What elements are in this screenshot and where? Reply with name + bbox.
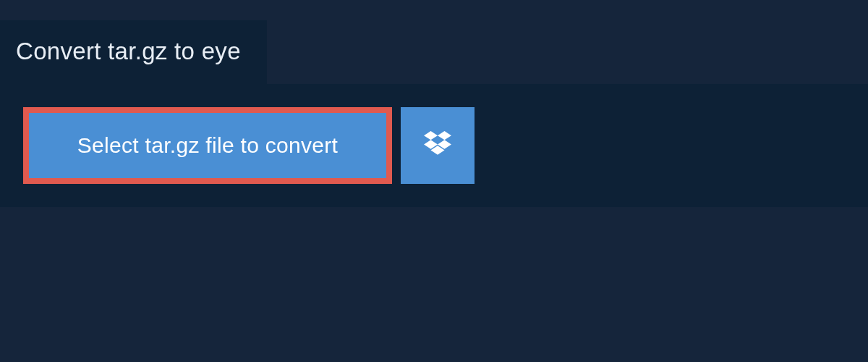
header-tab: Convert tar.gz to eye	[0, 20, 267, 84]
page-title: Convert tar.gz to eye	[16, 38, 241, 65]
select-file-button[interactable]: Select tar.gz file to convert	[23, 107, 392, 184]
dropbox-button[interactable]	[401, 107, 475, 184]
button-row: Select tar.gz file to convert	[23, 107, 868, 184]
content-panel: Select tar.gz file to convert	[0, 84, 868, 207]
dropbox-icon	[424, 131, 451, 160]
select-file-label: Select tar.gz file to convert	[77, 133, 339, 158]
